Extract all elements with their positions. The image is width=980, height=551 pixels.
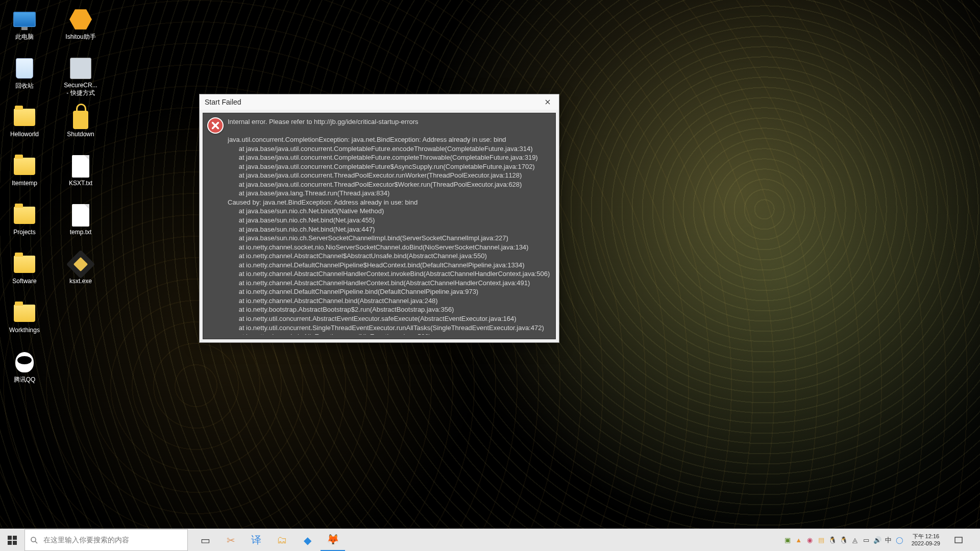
desktop-icon-app-qq[interactable]: 腾讯QQ	[0, 348, 49, 397]
desktop-icon-label: temp.txt	[70, 229, 92, 236]
tray-sync-icon[interactable]: ◉	[805, 536, 815, 545]
firefox-icon: 🦊	[327, 533, 339, 545]
tray-qq2-tray-icon[interactable]: 🐧	[839, 536, 848, 545]
app-qq-icon	[12, 350, 37, 374]
dialog-titlebar[interactable]: Start Failed	[200, 94, 559, 110]
dialog-body: Internal error. Please refer to http://j…	[203, 113, 556, 339]
start-button[interactable]	[0, 529, 24, 551]
app-securecrt-icon	[68, 56, 93, 81]
desktop-icon-app-ksxt-exe[interactable]: ksxt.exe	[56, 250, 105, 299]
dialog-close-button[interactable]	[536, 94, 559, 110]
desktop-icon-label: 此电脑	[15, 33, 34, 41]
desktop-icon-this-pc[interactable]: 此电脑	[0, 5, 49, 54]
desktop-icon-grid: 此电脑回收站HelloworldItemtempProjectsSoftware…	[0, 5, 112, 398]
folder-helloworld-icon	[12, 105, 37, 130]
desktop-icon-recycle-bin[interactable]: 回收站	[0, 54, 49, 103]
taskbar-clock[interactable]: 下午 12:16 2022-09-29	[908, 533, 944, 546]
desktop-icon-label: 回收站	[15, 82, 34, 90]
taskbar-search[interactable]: 在这里输入你要搜索的内容	[24, 529, 188, 551]
app-ishitou-icon	[68, 7, 93, 32]
notification-center-button[interactable]	[947, 536, 970, 545]
tray-sogou-icon[interactable]: ◯	[895, 536, 904, 545]
tray-volume-icon[interactable]: 🔊	[873, 536, 882, 545]
desktop-icon-label: 腾讯QQ	[14, 375, 36, 384]
tray-qq-tray-icon[interactable]: 🐧	[828, 536, 837, 545]
translate-icon: 译	[251, 533, 261, 547]
desktop-icon-folder-software[interactable]: Software	[0, 250, 49, 299]
desktop-icon-label: SecureCR... - 快捷方式	[64, 82, 97, 97]
desktop-icon-label: Workthings	[9, 327, 40, 334]
file-ksxt-icon	[68, 154, 93, 179]
app-ksxt-exe-icon	[68, 252, 93, 277]
folder-software-icon	[12, 252, 37, 277]
svg-rect-2	[955, 537, 962, 543]
desktop-icon-folder-workthings[interactable]: Workthings	[0, 299, 49, 348]
task-view-icon: ▭	[201, 534, 210, 546]
search-icon	[30, 536, 38, 544]
desktop-icon-folder-itemtemp[interactable]: Itemtemp	[0, 152, 49, 201]
taskbar-app-file-explorer[interactable]: 🗂	[270, 529, 294, 552]
windows-logo-icon	[8, 536, 17, 545]
taskbar-app-translate[interactable]: 译	[244, 529, 268, 552]
desktop-icon-label: ksxt.exe	[69, 278, 92, 285]
desktop-icon-file-temp[interactable]: temp.txt	[56, 201, 105, 250]
tray-nvidia-icon[interactable]: ▣	[783, 536, 792, 545]
taskbar-app-snip-tool[interactable]: ✂	[218, 529, 243, 552]
tray-power-icon[interactable]: ▭	[862, 536, 871, 545]
desktop-icon-label: Software	[12, 278, 36, 285]
taskbar-app-firefox[interactable]: 🦊	[321, 529, 345, 552]
desktop-icon-label: Projects	[13, 229, 35, 236]
recycle-bin-icon	[12, 56, 37, 81]
clock-date: 2022-09-29	[912, 540, 940, 547]
tray-wifi-icon[interactable]: ◬	[850, 536, 860, 545]
desktop-icon-label: Itemtemp	[12, 180, 37, 187]
this-pc-icon	[12, 7, 37, 32]
system-tray: ▣▲◉▤🐧🐧◬▭🔊中◯ 下午 12:16 2022-09-29	[783, 529, 980, 551]
desktop-icon-folder-projects[interactable]: Projects	[0, 201, 49, 250]
error-stacktrace[interactable]: Internal error. Please refer to http://j…	[228, 117, 551, 335]
dialog-title-text: Start Failed	[205, 98, 241, 106]
desktop-icon-file-ksxt[interactable]: KSXT.txt	[56, 152, 105, 201]
dropbox-icon: ◆	[304, 534, 311, 546]
taskbar-app-task-view[interactable]: ▭	[193, 529, 217, 552]
search-placeholder: 在这里输入你要搜索的内容	[43, 536, 129, 545]
desktop-icon-label: KSXT.txt	[69, 180, 92, 187]
folder-itemtemp-icon	[12, 154, 37, 179]
file-explorer-icon: 🗂	[277, 534, 287, 546]
file-temp-icon	[68, 203, 93, 228]
notification-icon	[954, 536, 963, 545]
svg-point-0	[31, 537, 36, 542]
tray-ime-icon[interactable]: 中	[884, 536, 893, 545]
error-icon	[207, 117, 224, 134]
desktop-icon-app-shutdown[interactable]: Shutdown	[56, 103, 105, 152]
start-failed-dialog: Start Failed Internal error. Please refe…	[199, 94, 559, 343]
taskbar-app-dropbox[interactable]: ◆	[295, 529, 320, 552]
folder-projects-icon	[12, 203, 37, 228]
taskbar: 在这里输入你要搜索的内容 ▭✂译🗂◆🦊 ▣▲◉▤🐧🐧◬▭🔊中◯ 下午 12:16…	[0, 529, 980, 551]
desktop-icon-app-ishitou[interactable]: Ishitou助手	[56, 5, 105, 54]
desktop-icon-label: Shutdown	[67, 131, 94, 138]
tray-notes-icon[interactable]: ▤	[817, 536, 826, 545]
clock-time: 下午 12:16	[913, 533, 940, 540]
desktop-icon-folder-helloworld[interactable]: Helloworld	[0, 103, 49, 152]
desktop-icon-app-securecrt[interactable]: SecureCR... - 快捷方式	[56, 54, 105, 103]
app-shutdown-icon	[68, 105, 93, 130]
snip-tool-icon: ✂	[227, 534, 235, 546]
taskbar-pinned-apps: ▭✂译🗂◆🦊	[188, 529, 345, 551]
close-icon	[545, 99, 550, 105]
svg-line-1	[35, 541, 37, 543]
folder-workthings-icon	[12, 301, 37, 325]
tray-security-icon[interactable]: ▲	[794, 536, 803, 545]
desktop-icon-label: Helloworld	[10, 131, 39, 138]
desktop-icon-label: Ishitou助手	[65, 33, 95, 41]
